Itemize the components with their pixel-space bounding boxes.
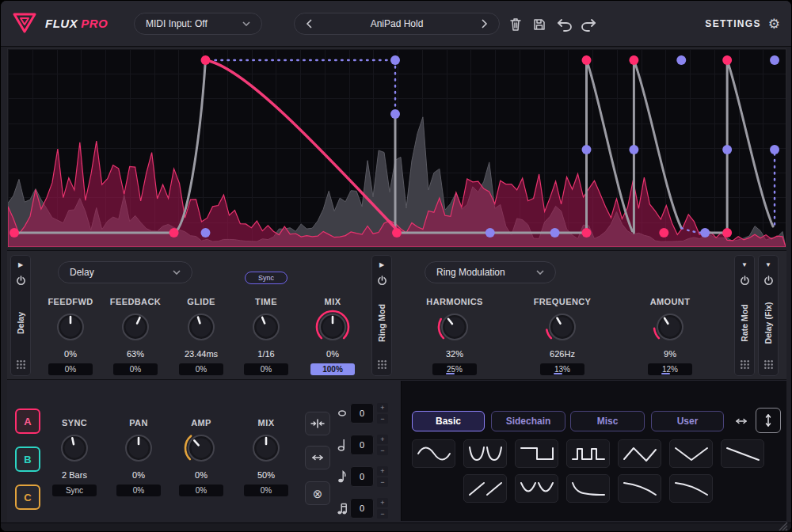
tab-misc[interactable]: Misc (570, 411, 645, 431)
stepper-decrement-button[interactable]: − (377, 446, 388, 455)
drag-grid-icon[interactable] (377, 359, 387, 370)
envelope-node[interactable] (201, 228, 211, 238)
stepper-increment-button[interactable]: + (377, 466, 388, 476)
mod-amount[interactable]: 100% (310, 363, 355, 375)
tab-user[interactable]: User (651, 411, 724, 431)
settings-button[interactable]: SETTINGS ⚙ (705, 1, 780, 47)
envelope-node[interactable] (659, 228, 668, 238)
spread-button[interactable] (305, 446, 330, 469)
expand-arrow-icon[interactable]: ▼ (765, 260, 771, 270)
merge-button[interactable] (305, 412, 330, 435)
stepper-decrement-button[interactable]: − (377, 509, 388, 519)
stepper-decrement-button[interactable]: − (377, 414, 388, 424)
delete-preset-button[interactable] (506, 15, 525, 34)
undo-button[interactable] (555, 15, 574, 34)
envelope-node[interactable] (582, 228, 592, 238)
frequency-knob[interactable] (545, 310, 580, 344)
mod-amount[interactable]: 0% (244, 363, 288, 375)
wave-pulse-button[interactable] (566, 439, 610, 468)
play-icon[interactable]: ▶ (18, 260, 23, 270)
delay-mix-knob[interactable] (315, 310, 350, 344)
power-icon[interactable] (740, 276, 750, 286)
envelope-node[interactable] (629, 55, 638, 65)
stretch-vertical-button[interactable] (756, 408, 781, 433)
stepper-increment-button[interactable]: + (377, 498, 388, 507)
midi-input-dropdown[interactable]: MIDI Input: Off (134, 13, 262, 35)
envelope-node[interactable] (390, 55, 400, 65)
wave-sine-button[interactable] (412, 439, 455, 468)
wave-slow-decay-button[interactable] (669, 474, 713, 503)
wave-curve-decay-button[interactable] (618, 474, 661, 503)
time-knob[interactable] (249, 310, 284, 344)
mod-amount[interactable]: 0% (244, 484, 288, 496)
sync-toggle[interactable]: Sync (52, 484, 97, 496)
power-icon[interactable] (16, 276, 26, 286)
mod-amount[interactable]: 0% (179, 363, 223, 375)
wave-scoop-double-button[interactable] (515, 474, 558, 503)
glide-knob[interactable] (184, 310, 219, 344)
feedback-knob[interactable] (118, 310, 153, 344)
wave-saw-up-double-button[interactable] (463, 474, 507, 503)
stepper-value[interactable]: 0 (350, 498, 374, 519)
slot-a-button[interactable]: A (15, 408, 40, 434)
amount-knob[interactable] (653, 310, 687, 344)
feedfwd-knob[interactable] (53, 310, 88, 344)
expand-arrow-icon[interactable]: ▼ (741, 260, 748, 270)
drag-grid-icon[interactable] (763, 359, 774, 370)
envelope-display[interactable] (7, 48, 786, 248)
preset-name[interactable]: AniPad Hold (371, 18, 424, 29)
power-icon[interactable] (763, 276, 774, 286)
envelope-node[interactable] (700, 228, 710, 238)
preset-next-icon[interactable] (482, 19, 488, 28)
stepper-decrement-button[interactable]: − (377, 477, 388, 487)
play-icon[interactable]: ▶ (379, 260, 384, 270)
amp-knob[interactable] (184, 431, 219, 466)
envelope-node[interactable] (485, 228, 495, 238)
drag-grid-icon[interactable] (16, 359, 26, 370)
ringmod-effect-dropdown[interactable]: Ring Modulation (425, 261, 556, 283)
wave-exp-decay-button[interactable] (566, 474, 610, 503)
stepper-increment-button[interactable]: + (377, 435, 388, 444)
stepper-increment-button[interactable]: + (377, 403, 388, 412)
mod-amount[interactable]: 0% (113, 363, 158, 375)
envelope-node[interactable] (676, 55, 686, 65)
envelope-node[interactable] (392, 228, 402, 238)
wave-square-button[interactable] (515, 439, 558, 468)
envelope-node[interactable] (550, 228, 560, 238)
sync-knob[interactable] (57, 431, 92, 466)
stepper-value[interactable]: 0 (350, 403, 374, 424)
envelope-node[interactable] (629, 145, 638, 154)
stepper-value[interactable]: 0 (350, 435, 374, 455)
envelope-node[interactable] (10, 228, 19, 238)
envelope-node[interactable] (582, 145, 592, 154)
mod-amount[interactable]: 0% (116, 484, 161, 496)
wave-triangle-button[interactable] (618, 439, 661, 468)
stretch-horizontal-button[interactable] (730, 411, 752, 431)
envelope-node[interactable] (770, 55, 779, 65)
resize-grip[interactable] (779, 522, 788, 531)
slot-c-button[interactable]: C (15, 484, 40, 510)
wave-ramp-down-button[interactable] (721, 439, 764, 468)
wave-v-shape-button[interactable] (669, 439, 713, 468)
mod-amount[interactable]: 25% (432, 363, 477, 375)
tab-sidechain[interactable]: Sidechain (491, 411, 565, 431)
mod-amount[interactable]: 0% (179, 484, 223, 496)
envelope-node[interactable] (722, 145, 732, 154)
slot-b-button[interactable]: B (15, 446, 40, 472)
stepper-value[interactable]: 0 (350, 466, 374, 487)
envelope-node[interactable] (770, 145, 779, 154)
envelope-node[interactable] (201, 55, 211, 65)
lfo-mix-knob[interactable] (249, 431, 284, 466)
pan-knob[interactable] (121, 431, 156, 466)
delay-sync-toggle[interactable]: Sync (245, 272, 287, 284)
save-preset-button[interactable] (530, 15, 549, 34)
mod-amount[interactable]: 0% (48, 363, 93, 375)
power-icon[interactable] (377, 276, 387, 286)
drag-grid-icon[interactable] (740, 359, 750, 370)
mod-amount[interactable]: 12% (648, 363, 692, 375)
mod-amount[interactable]: 13% (540, 363, 584, 375)
envelope-node[interactable] (582, 55, 592, 65)
delay-effect-dropdown[interactable]: Delay (58, 261, 192, 283)
envelope-node[interactable] (722, 228, 732, 238)
envelope-node[interactable] (169, 228, 179, 238)
